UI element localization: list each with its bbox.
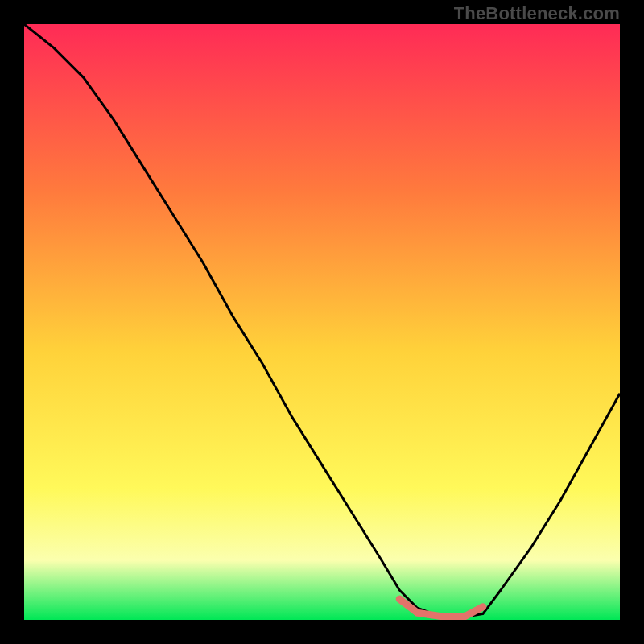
bottleneck-chart (24, 24, 620, 620)
gradient-background (24, 24, 620, 620)
chart-frame (24, 24, 620, 620)
watermark-text: TheBottleneck.com (454, 3, 620, 24)
